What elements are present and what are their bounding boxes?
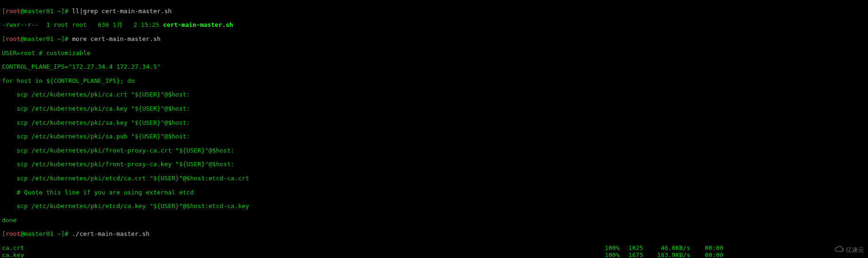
transfer-speed: 183.9KB/s	[643, 252, 690, 258]
path: ~	[54, 8, 61, 15]
script-line: scp /etc/kubernetes/pki/ca.key "${USER}"…	[2, 105, 866, 113]
script-line: scp /etc/kubernetes/pki/ca.crt "${USER}"…	[2, 91, 866, 98]
transfer-time: 00:00	[690, 252, 723, 258]
script-line: done	[2, 217, 866, 224]
transfer-speed: 46.0KB/s	[643, 245, 690, 252]
command-more: more cert-main-master.sh	[72, 35, 161, 42]
terminal[interactable]: [root@master01 ~]# ll|grep cert-main-mas…	[0, 0, 868, 258]
transfer-percent: 100%	[594, 245, 620, 252]
ls-output: -rwxr--r-- 1 root root 636 1月 2 15:25 ce…	[2, 22, 866, 29]
watermark: 亿速云	[835, 244, 864, 255]
script-line: scp /etc/kubernetes/pki/etcd/ca.crt "${U…	[2, 175, 866, 182]
transfer-percent: 100%	[594, 252, 620, 258]
script-line: scp /etc/kubernetes/pki/etcd/ca.key "${U…	[2, 203, 866, 210]
script-line: scp /etc/kubernetes/pki/front-proxy-ca.c…	[2, 147, 866, 154]
transfer-filename: ca.crt	[2, 245, 24, 252]
transfer-time: 00:00	[690, 245, 723, 252]
scp-transfer-list: ca.crt100%102546.0KB/s00:00ca.key100%167…	[2, 245, 866, 258]
script-line: USER=root # customizable	[2, 50, 866, 57]
script-line: scp /etc/kubernetes/pki/sa.pub "${USER}"…	[2, 133, 866, 140]
ls-filename: cert-main-master.sh	[163, 21, 233, 28]
svg-point-0	[842, 250, 843, 250]
script-line: CONTROL_PLANE_IPS="172.27.34.4 172.27.34…	[2, 64, 866, 71]
script-line: for host in ${CONTROL_PLANE_IPS}; do	[2, 78, 866, 85]
prompt-line-3: [root@master01 ~]# ./cert-main-master.sh	[2, 231, 866, 238]
script-line: # Quote this line if you are using exter…	[2, 189, 866, 196]
bracket: ]	[61, 8, 65, 15]
watermark-text: 亿速云	[846, 246, 864, 254]
script-line: scp /etc/kubernetes/pki/front-proxy-ca.k…	[2, 161, 866, 168]
scp-transfer-row: ca.key100%1675183.9KB/s00:00	[2, 252, 723, 258]
transfer-filename: ca.key	[2, 252, 24, 258]
transfer-size: 1025	[620, 245, 643, 252]
at: @	[20, 8, 24, 15]
script-line: scp /etc/kubernetes/pki/sa.key "${USER}"…	[2, 120, 866, 127]
command-ll: ll|grep cert-main-master.sh	[72, 8, 172, 15]
cloud-icon	[835, 244, 844, 255]
ls-attrs: -rwxr--r-- 1 root root 636 1月 2 15:25	[2, 21, 163, 28]
transfer-size: 1675	[620, 252, 643, 258]
prompt-line-2: [root@master01 ~]# more cert-main-master…	[2, 36, 866, 43]
scp-transfer-row: ca.crt100%102546.0KB/s00:00	[2, 245, 723, 252]
user: root	[6, 8, 20, 15]
bracket: [	[2, 8, 6, 15]
command-run: ./cert-main-master.sh	[72, 230, 149, 237]
prompt-line-1: [root@master01 ~]# ll|grep cert-main-mas…	[2, 8, 866, 15]
hash: #	[65, 8, 72, 15]
host: master01	[24, 8, 54, 15]
